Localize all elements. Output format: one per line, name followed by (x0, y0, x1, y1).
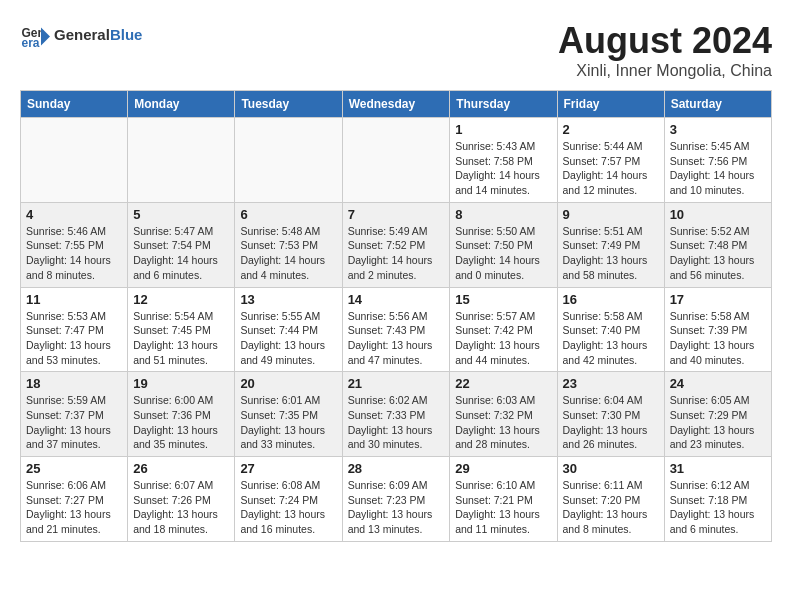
day-info: Sunrise: 6:12 AMSunset: 7:18 PMDaylight:… (670, 478, 766, 537)
day-info: Sunrise: 6:01 AMSunset: 7:35 PMDaylight:… (240, 393, 336, 452)
col-header-sunday: Sunday (21, 91, 128, 118)
calendar-day-cell: 30Sunrise: 6:11 AMSunset: 7:20 PMDayligh… (557, 457, 664, 542)
calendar-day-cell: 25Sunrise: 6:06 AMSunset: 7:27 PMDayligh… (21, 457, 128, 542)
day-info: Sunrise: 5:50 AMSunset: 7:50 PMDaylight:… (455, 224, 551, 283)
calendar-day-cell: 3Sunrise: 5:45 AMSunset: 7:56 PMDaylight… (664, 118, 771, 203)
calendar-day-cell: 16Sunrise: 5:58 AMSunset: 7:40 PMDayligh… (557, 287, 664, 372)
day-number: 17 (670, 292, 766, 307)
day-number: 20 (240, 376, 336, 391)
day-info: Sunrise: 5:47 AMSunset: 7:54 PMDaylight:… (133, 224, 229, 283)
day-number: 18 (26, 376, 122, 391)
day-number: 29 (455, 461, 551, 476)
logo-icon: Gen era (20, 20, 50, 50)
day-info: Sunrise: 5:58 AMSunset: 7:39 PMDaylight:… (670, 309, 766, 368)
day-number: 8 (455, 207, 551, 222)
day-number: 30 (563, 461, 659, 476)
calendar-day-cell: 22Sunrise: 6:03 AMSunset: 7:32 PMDayligh… (450, 372, 557, 457)
day-number: 24 (670, 376, 766, 391)
calendar-day-cell: 29Sunrise: 6:10 AMSunset: 7:21 PMDayligh… (450, 457, 557, 542)
day-number: 11 (26, 292, 122, 307)
day-number: 3 (670, 122, 766, 137)
calendar-day-cell: 12Sunrise: 5:54 AMSunset: 7:45 PMDayligh… (128, 287, 235, 372)
day-info: Sunrise: 5:58 AMSunset: 7:40 PMDaylight:… (563, 309, 659, 368)
calendar-day-cell: 27Sunrise: 6:08 AMSunset: 7:24 PMDayligh… (235, 457, 342, 542)
calendar-day-cell: 8Sunrise: 5:50 AMSunset: 7:50 PMDaylight… (450, 202, 557, 287)
calendar-day-cell: 31Sunrise: 6:12 AMSunset: 7:18 PMDayligh… (664, 457, 771, 542)
calendar-day-cell: 5Sunrise: 5:47 AMSunset: 7:54 PMDaylight… (128, 202, 235, 287)
day-info: Sunrise: 5:44 AMSunset: 7:57 PMDaylight:… (563, 139, 659, 198)
calendar-day-cell: 23Sunrise: 6:04 AMSunset: 7:30 PMDayligh… (557, 372, 664, 457)
day-number: 23 (563, 376, 659, 391)
calendar-week-row: 25Sunrise: 6:06 AMSunset: 7:27 PMDayligh… (21, 457, 772, 542)
day-info: Sunrise: 6:04 AMSunset: 7:30 PMDaylight:… (563, 393, 659, 452)
calendar-day-cell: 28Sunrise: 6:09 AMSunset: 7:23 PMDayligh… (342, 457, 450, 542)
day-info: Sunrise: 5:57 AMSunset: 7:42 PMDaylight:… (455, 309, 551, 368)
day-info: Sunrise: 6:06 AMSunset: 7:27 PMDaylight:… (26, 478, 122, 537)
page-header: Gen era GeneralBlue August 2024 Xinli, I… (20, 20, 772, 80)
calendar-day-cell (235, 118, 342, 203)
month-year: August 2024 (558, 20, 772, 62)
calendar-day-cell (128, 118, 235, 203)
day-info: Sunrise: 5:53 AMSunset: 7:47 PMDaylight:… (26, 309, 122, 368)
calendar-day-cell: 13Sunrise: 5:55 AMSunset: 7:44 PMDayligh… (235, 287, 342, 372)
day-info: Sunrise: 5:59 AMSunset: 7:37 PMDaylight:… (26, 393, 122, 452)
calendar-day-cell (21, 118, 128, 203)
logo: Gen era GeneralBlue (20, 20, 142, 50)
day-number: 1 (455, 122, 551, 137)
day-number: 22 (455, 376, 551, 391)
day-number: 9 (563, 207, 659, 222)
calendar-day-cell: 17Sunrise: 5:58 AMSunset: 7:39 PMDayligh… (664, 287, 771, 372)
calendar-week-row: 1Sunrise: 5:43 AMSunset: 7:58 PMDaylight… (21, 118, 772, 203)
calendar-day-cell: 15Sunrise: 5:57 AMSunset: 7:42 PMDayligh… (450, 287, 557, 372)
calendar-day-cell: 9Sunrise: 5:51 AMSunset: 7:49 PMDaylight… (557, 202, 664, 287)
location: Xinli, Inner Mongolia, China (558, 62, 772, 80)
calendar-day-cell: 21Sunrise: 6:02 AMSunset: 7:33 PMDayligh… (342, 372, 450, 457)
day-info: Sunrise: 5:45 AMSunset: 7:56 PMDaylight:… (670, 139, 766, 198)
day-number: 2 (563, 122, 659, 137)
day-number: 25 (26, 461, 122, 476)
day-info: Sunrise: 5:52 AMSunset: 7:48 PMDaylight:… (670, 224, 766, 283)
calendar-day-cell: 10Sunrise: 5:52 AMSunset: 7:48 PMDayligh… (664, 202, 771, 287)
col-header-thursday: Thursday (450, 91, 557, 118)
day-info: Sunrise: 6:08 AMSunset: 7:24 PMDaylight:… (240, 478, 336, 537)
day-info: Sunrise: 5:49 AMSunset: 7:52 PMDaylight:… (348, 224, 445, 283)
calendar-week-row: 4Sunrise: 5:46 AMSunset: 7:55 PMDaylight… (21, 202, 772, 287)
calendar-day-cell: 11Sunrise: 5:53 AMSunset: 7:47 PMDayligh… (21, 287, 128, 372)
day-info: Sunrise: 5:48 AMSunset: 7:53 PMDaylight:… (240, 224, 336, 283)
day-info: Sunrise: 6:07 AMSunset: 7:26 PMDaylight:… (133, 478, 229, 537)
logo-text-general: General (54, 26, 110, 43)
calendar-day-cell: 1Sunrise: 5:43 AMSunset: 7:58 PMDaylight… (450, 118, 557, 203)
title-area: August 2024 Xinli, Inner Mongolia, China (558, 20, 772, 80)
col-header-saturday: Saturday (664, 91, 771, 118)
calendar-day-cell: 7Sunrise: 5:49 AMSunset: 7:52 PMDaylight… (342, 202, 450, 287)
svg-text:era: era (22, 36, 40, 50)
calendar-day-cell: 2Sunrise: 5:44 AMSunset: 7:57 PMDaylight… (557, 118, 664, 203)
day-number: 26 (133, 461, 229, 476)
calendar-week-row: 18Sunrise: 5:59 AMSunset: 7:37 PMDayligh… (21, 372, 772, 457)
day-info: Sunrise: 6:02 AMSunset: 7:33 PMDaylight:… (348, 393, 445, 452)
day-info: Sunrise: 5:54 AMSunset: 7:45 PMDaylight:… (133, 309, 229, 368)
day-info: Sunrise: 6:05 AMSunset: 7:29 PMDaylight:… (670, 393, 766, 452)
day-number: 4 (26, 207, 122, 222)
day-number: 13 (240, 292, 336, 307)
day-info: Sunrise: 6:03 AMSunset: 7:32 PMDaylight:… (455, 393, 551, 452)
day-number: 31 (670, 461, 766, 476)
day-number: 10 (670, 207, 766, 222)
calendar-day-cell: 26Sunrise: 6:07 AMSunset: 7:26 PMDayligh… (128, 457, 235, 542)
calendar-week-row: 11Sunrise: 5:53 AMSunset: 7:47 PMDayligh… (21, 287, 772, 372)
calendar-day-cell: 19Sunrise: 6:00 AMSunset: 7:36 PMDayligh… (128, 372, 235, 457)
calendar-day-cell (342, 118, 450, 203)
day-number: 19 (133, 376, 229, 391)
calendar-table: SundayMondayTuesdayWednesdayThursdayFrid… (20, 90, 772, 542)
calendar-day-cell: 6Sunrise: 5:48 AMSunset: 7:53 PMDaylight… (235, 202, 342, 287)
day-info: Sunrise: 6:11 AMSunset: 7:20 PMDaylight:… (563, 478, 659, 537)
day-info: Sunrise: 5:51 AMSunset: 7:49 PMDaylight:… (563, 224, 659, 283)
day-number: 12 (133, 292, 229, 307)
day-number: 15 (455, 292, 551, 307)
day-info: Sunrise: 5:46 AMSunset: 7:55 PMDaylight:… (26, 224, 122, 283)
logo-text-blue: Blue (110, 26, 143, 43)
day-number: 14 (348, 292, 445, 307)
day-number: 5 (133, 207, 229, 222)
col-header-monday: Monday (128, 91, 235, 118)
day-info: Sunrise: 6:10 AMSunset: 7:21 PMDaylight:… (455, 478, 551, 537)
